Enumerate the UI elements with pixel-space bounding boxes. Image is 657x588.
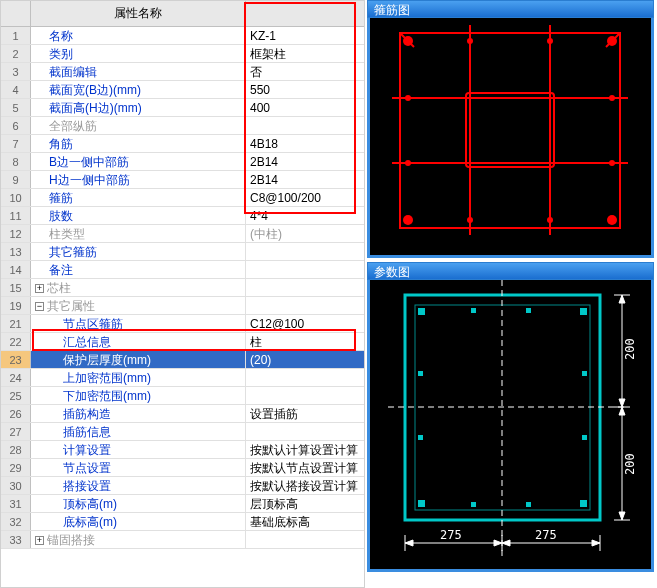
property-row[interactable]: 6全部纵筋: [1, 117, 364, 135]
property-name-cell[interactable]: 下加密范围(mm): [31, 387, 246, 404]
property-row[interactable]: 31顶标高(m)层顶标高: [1, 495, 364, 513]
property-name-cell[interactable]: 上加密范围(mm): [31, 369, 246, 386]
property-row[interactable]: 32底标高(m)基础底标高: [1, 513, 364, 531]
property-value-cell[interactable]: 基础底标高: [246, 513, 364, 530]
property-value-cell[interactable]: (20): [246, 351, 364, 368]
property-row[interactable]: 11肢数4*4: [1, 207, 364, 225]
property-name-cell[interactable]: 保护层厚度(mm): [31, 351, 246, 368]
property-row[interactable]: 29节点设置按默认节点设置计算: [1, 459, 364, 477]
property-row[interactable]: 21节点区箍筋C12@100: [1, 315, 364, 333]
tree-toggle-icon[interactable]: +: [35, 284, 44, 293]
property-row[interactable]: 10箍筋C8@100/200: [1, 189, 364, 207]
property-row[interactable]: 5截面高(H边)(mm)400: [1, 99, 364, 117]
header-num: [1, 1, 31, 26]
property-name-cell[interactable]: 搭接设置: [31, 477, 246, 494]
property-row[interactable]: 15+芯柱: [1, 279, 364, 297]
property-row[interactable]: 33+锚固搭接: [1, 531, 364, 549]
property-name-cell[interactable]: 截面高(H边)(mm): [31, 99, 246, 116]
property-name-cell[interactable]: 节点区箍筋: [31, 315, 246, 332]
row-number: 31: [1, 495, 31, 512]
tree-toggle-icon[interactable]: +: [35, 536, 44, 545]
svg-point-10: [607, 215, 617, 225]
property-name-cell[interactable]: 截面宽(B边)(mm): [31, 81, 246, 98]
property-name-cell[interactable]: 类别: [31, 45, 246, 62]
property-value-cell[interactable]: [246, 279, 364, 296]
property-row[interactable]: 24上加密范围(mm): [1, 369, 364, 387]
property-row[interactable]: 14备注: [1, 261, 364, 279]
property-name-cell[interactable]: +锚固搭接: [31, 531, 246, 548]
property-value-cell[interactable]: 按默认搭接设置计算: [246, 477, 364, 494]
svg-point-9: [403, 215, 413, 225]
property-name-cell[interactable]: −其它属性: [31, 297, 246, 314]
property-row[interactable]: 4截面宽(B边)(mm)550: [1, 81, 364, 99]
property-row[interactable]: 8B边一侧中部筋2B14: [1, 153, 364, 171]
property-name-cell[interactable]: B边一侧中部筋: [31, 153, 246, 170]
property-value-cell[interactable]: 4B18: [246, 135, 364, 152]
property-row[interactable]: 7角筋4B18: [1, 135, 364, 153]
property-value-cell[interactable]: 400: [246, 99, 364, 116]
property-row[interactable]: 12柱类型(中柱): [1, 225, 364, 243]
property-value-cell[interactable]: [246, 369, 364, 386]
property-name-cell[interactable]: 截面编辑: [31, 63, 246, 80]
svg-rect-27: [580, 500, 587, 507]
property-value-cell[interactable]: C8@100/200: [246, 189, 364, 206]
property-name-cell[interactable]: 全部纵筋: [31, 117, 246, 134]
property-value-cell[interactable]: 按默认节点设置计算: [246, 459, 364, 476]
property-row[interactable]: 27插筋信息: [1, 423, 364, 441]
property-name-cell[interactable]: H边一侧中部筋: [31, 171, 246, 188]
property-value-cell[interactable]: KZ-1: [246, 27, 364, 44]
property-name: 底标高(m): [63, 515, 117, 529]
property-row[interactable]: 13其它箍筋: [1, 243, 364, 261]
property-name-cell[interactable]: 角筋: [31, 135, 246, 152]
property-value-cell[interactable]: C12@100: [246, 315, 364, 332]
property-name-cell[interactable]: 顶标高(m): [31, 495, 246, 512]
property-row[interactable]: 25下加密范围(mm): [1, 387, 364, 405]
property-name-cell[interactable]: 插筋构造: [31, 405, 246, 422]
property-value-cell[interactable]: 框架柱: [246, 45, 364, 62]
property-row[interactable]: 19−其它属性: [1, 297, 364, 315]
property-value-cell[interactable]: [246, 531, 364, 548]
property-value-cell[interactable]: [246, 297, 364, 314]
property-value-cell[interactable]: [246, 261, 364, 278]
property-value-cell[interactable]: 按默认计算设置计算: [246, 441, 364, 458]
property-name: 保护层厚度(mm): [63, 353, 151, 367]
property-name-cell[interactable]: 肢数: [31, 207, 246, 224]
property-value-cell[interactable]: (中柱): [246, 225, 364, 242]
tree-toggle-icon[interactable]: −: [35, 302, 44, 311]
property-name-cell[interactable]: 备注: [31, 261, 246, 278]
property-name-cell[interactable]: 插筋信息: [31, 423, 246, 440]
property-row[interactable]: 3截面编辑否: [1, 63, 364, 81]
property-name-cell[interactable]: 节点设置: [31, 459, 246, 476]
property-row[interactable]: 28计算设置按默认计算设置计算: [1, 441, 364, 459]
property-value-cell[interactable]: [246, 387, 364, 404]
property-name-cell[interactable]: +芯柱: [31, 279, 246, 296]
property-value-cell[interactable]: [246, 243, 364, 260]
property-value-cell[interactable]: 4*4: [246, 207, 364, 224]
property-row[interactable]: 30搭接设置按默认搭接设置计算: [1, 477, 364, 495]
property-value-cell[interactable]: 层顶标高: [246, 495, 364, 512]
property-row[interactable]: 26插筋构造设置插筋: [1, 405, 364, 423]
property-value-cell[interactable]: 2B14: [246, 171, 364, 188]
property-row[interactable]: 22汇总信息柱: [1, 333, 364, 351]
property-name-cell[interactable]: 柱类型: [31, 225, 246, 242]
property-name: 搭接设置: [63, 479, 111, 493]
property-name-cell[interactable]: 名称: [31, 27, 246, 44]
property-row[interactable]: 9H边一侧中部筋2B14: [1, 171, 364, 189]
property-value-cell[interactable]: [246, 423, 364, 440]
property-value-cell[interactable]: 柱: [246, 333, 364, 350]
property-row[interactable]: 23保护层厚度(mm)(20): [1, 351, 364, 369]
property-row[interactable]: 2类别框架柱: [1, 45, 364, 63]
property-name-cell[interactable]: 其它箍筋: [31, 243, 246, 260]
property-value-cell[interactable]: 设置插筋: [246, 405, 364, 422]
property-name-cell[interactable]: 计算设置: [31, 441, 246, 458]
property-value-cell[interactable]: 2B14: [246, 153, 364, 170]
property-value-cell[interactable]: 否: [246, 63, 364, 80]
property-name-cell[interactable]: 箍筋: [31, 189, 246, 206]
property-value-cell[interactable]: [246, 117, 364, 134]
property-name: 芯柱: [47, 281, 71, 295]
property-value-cell[interactable]: 550: [246, 81, 364, 98]
property-name-cell[interactable]: 底标高(m): [31, 513, 246, 530]
property-name-cell[interactable]: 汇总信息: [31, 333, 246, 350]
property-row[interactable]: 1名称KZ-1: [1, 27, 364, 45]
row-number: 5: [1, 99, 31, 116]
